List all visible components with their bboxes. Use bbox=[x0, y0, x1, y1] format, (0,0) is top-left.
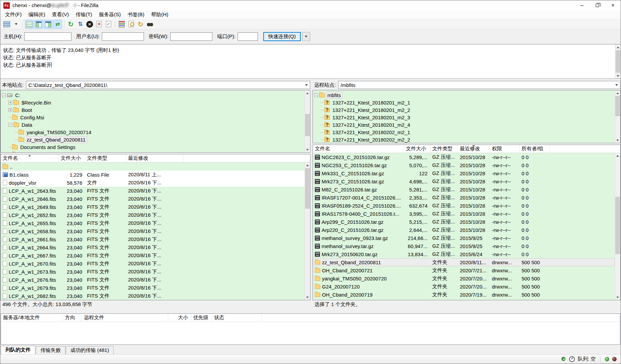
scrollbar-thumb[interactable] bbox=[305, 168, 310, 209]
file-row[interactable]: LCP_A_w1_2682.fits23,040FITS 文件2020/8/16… bbox=[1, 292, 304, 300]
host-input[interactable] bbox=[24, 32, 71, 41]
file-row[interactable]: LCP_A_w1_2658.fits23,040FITS 文件2020/8/16… bbox=[1, 227, 304, 235]
tree-item-1327+221_Ktest_20180201_m2_4[interactable]: 1327+221_Ktest_20180201_m2_4 bbox=[314, 121, 615, 128]
file-row[interactable]: Mrk273_C_20151026.tar.gz4,698,...GZ 压缩..… bbox=[313, 177, 615, 185]
tree-item-yangkai_TMS050_20200714[interactable]: yangkai_TMS050_20200714 bbox=[2, 128, 304, 136]
cancel-button[interactable] bbox=[85, 20, 94, 29]
column-header-5[interactable]: 权限 bbox=[490, 145, 520, 153]
queue-body[interactable] bbox=[1, 322, 620, 344]
file-row[interactable]: OH_Cband_20200721文件夹2020/7/21...drwxrw..… bbox=[313, 266, 615, 274]
file-row[interactable]: LCP_A_w1_2652.fits23,040FITS 文件2020/8/16… bbox=[1, 211, 304, 219]
refresh-button[interactable] bbox=[66, 20, 75, 29]
local-list-scrollbar[interactable] bbox=[304, 162, 310, 300]
find-button[interactable] bbox=[146, 20, 154, 29]
column-header-4[interactable]: 最近修改 bbox=[126, 154, 183, 162]
remote-list-scrollbar[interactable] bbox=[615, 153, 620, 300]
scroll-down-arrow[interactable] bbox=[615, 295, 620, 300]
file-row[interactable]: methanol_survey_0923.tar.gz214,66...GZ 压… bbox=[313, 234, 615, 242]
tree-expander[interactable]: − bbox=[8, 123, 12, 127]
scroll-up-arrow[interactable] bbox=[615, 90, 620, 96]
file-row[interactable]: Arp220_C_20151026.tar.gz2,644,...GZ 压缩..… bbox=[313, 226, 615, 234]
port-input[interactable] bbox=[238, 32, 258, 41]
menu-item[interactable]: 书签(B) bbox=[124, 10, 148, 19]
process-queue-button[interactable] bbox=[76, 20, 85, 29]
menu-item[interactable]: 查看(V) bbox=[49, 10, 72, 19]
column-header-6[interactable]: 所有者/组 bbox=[520, 145, 550, 153]
tree-item-1327+221_Ktest_20180201_m2_1[interactable]: 1327+221_Ktest_20180201_m2_1 bbox=[314, 99, 615, 106]
remote-tree[interactable]: −mbfits1327+221_Ktest_20180201_m2_11327+… bbox=[313, 90, 621, 143]
scroll-down-arrow[interactable] bbox=[615, 73, 621, 79]
column-header-4[interactable]: 最近修改 bbox=[458, 145, 490, 153]
compare-button[interactable] bbox=[117, 20, 126, 29]
tree-item-$Recycle.Bin[interactable]: +$Recycle.Bin bbox=[2, 99, 304, 106]
file-row[interactable]: zz_test_Qband_20200811文件夹2020/8/11...drw… bbox=[313, 258, 615, 266]
tree-item-Config.Msi[interactable]: Config.Msi bbox=[2, 114, 304, 121]
local-tree-scrollbar[interactable] bbox=[304, 90, 310, 152]
scrollbar-thumb[interactable] bbox=[305, 114, 310, 136]
queue-column-header-6[interactable]: 状态 bbox=[212, 314, 262, 322]
scroll-up-arrow[interactable] bbox=[305, 162, 310, 168]
message-log[interactable]: 状态: 文件传输成功，传输了 23,040 字节 (用时1 秒)状态: 已从服务… bbox=[0, 44, 621, 79]
file-row[interactable]: IRASF05189-2524_C_20151026....632,674GZ … bbox=[313, 202, 615, 210]
local-site-combo[interactable]: C:\Data\zz_test_Qband_20200811\ bbox=[26, 81, 310, 89]
scroll-down-arrow[interactable] bbox=[305, 295, 310, 300]
tree-item-Data[interactable]: −Data bbox=[2, 121, 304, 128]
speed-limit-icon[interactable] bbox=[569, 356, 575, 362]
tree-item-1327+221_Ktest_20180202_m2_2[interactable]: 1327+221_Ktest_20180202_m2_2 bbox=[314, 136, 615, 143]
menu-item[interactable]: 传输(T) bbox=[72, 10, 95, 19]
file-row[interactable]: doppler_vlsr58,576文件2020/8/16 下... bbox=[1, 179, 304, 187]
restore-button[interactable] bbox=[590, 0, 605, 10]
file-row[interactable]: IRASF17207-0014_C_20151026....2,353,...G… bbox=[313, 193, 615, 202]
dropdown-button[interactable] bbox=[12, 20, 21, 29]
file-row[interactable]: LCP_A_w1_2679.fits23,040FITS 文件2020/8/16… bbox=[1, 284, 304, 292]
file-row[interactable]: Mrk331_C_20151026.tar.gz122GZ 压缩...2015/… bbox=[313, 169, 615, 177]
horizontal-splitter[interactable] bbox=[0, 308, 621, 313]
password-input[interactable] bbox=[170, 32, 212, 41]
username-input[interactable] bbox=[102, 32, 144, 41]
tree-item-1327+221_Ktest_20180201_m2_2[interactable]: 1327+221_Ktest_20180201_m2_2 bbox=[314, 106, 615, 114]
tree-item-Documents and Settings[interactable]: Documents and Settings bbox=[2, 143, 304, 151]
scroll-up-arrow[interactable] bbox=[305, 90, 310, 96]
tree-item-mbfits[interactable]: −mbfits bbox=[314, 91, 615, 99]
tree-item-1327+221_Ktest_20180202_m2_1[interactable]: 1327+221_Ktest_20180202_m2_1 bbox=[314, 128, 615, 136]
queue-column-header-2[interactable]: 方向 bbox=[63, 314, 82, 322]
scrollbar-thumb[interactable] bbox=[615, 96, 620, 116]
tree-item-zz_test_Qband_20200811[interactable]: zz_test_Qband_20200811 bbox=[2, 136, 304, 143]
toggle-local-tree-button[interactable] bbox=[34, 20, 43, 29]
minimize-button[interactable]: – bbox=[574, 0, 590, 10]
file-row[interactable]: Mrk273_20150620.tar.gz13,834...GZ 压缩...2… bbox=[313, 250, 615, 258]
column-header-1[interactable]: 文件名 bbox=[313, 145, 404, 153]
file-row[interactable]: LCP_A_w1_2643.fits23,040FITS 文件2020/8/16… bbox=[1, 187, 304, 195]
tree-item-Boot[interactable]: +Boot bbox=[2, 106, 304, 114]
quickconnect-button[interactable]: 快速连接(Q) bbox=[263, 32, 301, 41]
file-row[interactable]: B1.class1,229Class File2020/8/11 上... bbox=[1, 171, 304, 179]
queue-column-header-5[interactable]: 优先级 bbox=[191, 314, 212, 322]
tree-expander[interactable]: + bbox=[8, 108, 12, 112]
file-row[interactable]: NGC2623_C_20151026.tar.gz5,289,...GZ 压缩.… bbox=[313, 153, 615, 161]
file-row[interactable]: Arp299_C_20151026.tar.gz5,215,...GZ 压缩..… bbox=[313, 218, 615, 226]
tree-item-partial[interactable] bbox=[2, 151, 304, 153]
menu-item[interactable]: 服务器(S) bbox=[95, 10, 124, 19]
file-row[interactable]: LCP_A_w1_2676.fits23,040FITS 文件2020/8/16… bbox=[1, 276, 304, 284]
disconnect-button[interactable] bbox=[95, 20, 104, 29]
toggle-queue-button[interactable] bbox=[53, 20, 62, 29]
file-row[interactable]: LCP_A_w1_2661.fits23,040FITS 文件2020/8/16… bbox=[1, 235, 304, 243]
sync-browse-button[interactable] bbox=[136, 20, 145, 29]
tab-传输失败[interactable]: 传输失败 bbox=[36, 346, 65, 354]
file-row[interactable]: LCP_A_w1_2664.fits23,040FITS 文件2020/8/16… bbox=[1, 243, 304, 251]
column-header-2[interactable]: 文件大小 bbox=[404, 145, 430, 153]
tree-item-1327+221_Ktest_20180201_m2_3[interactable]: 1327+221_Ktest_20180201_m2_3 bbox=[314, 114, 615, 121]
remote-site-combo[interactable]: /mbfits bbox=[338, 81, 620, 89]
tab-成功的传输 (481)[interactable]: 成功的传输 (481) bbox=[66, 346, 114, 354]
tree-expander[interactable]: − bbox=[314, 93, 318, 97]
file-row[interactable]: NGC253_C_20151026.tar.gz5,070,...GZ 压缩..… bbox=[313, 161, 615, 169]
file-row[interactable]: LCP_A_w1_2655.fits23,040FITS 文件2020/8/16… bbox=[1, 219, 304, 227]
file-row[interactable]: yangkai_TMS050_20200720文件夹2020/7/20...dr… bbox=[313, 274, 615, 282]
tab-列队的文件[interactable]: 列队的文件 bbox=[1, 346, 35, 354]
file-row[interactable]: LCP_A_w1_2646.fits23,040FITS 文件2020/8/16… bbox=[1, 195, 304, 203]
menu-item[interactable]: 帮助(H) bbox=[148, 10, 172, 19]
file-row[interactable]: methanol_survey.tar.gz60,947...GZ 压缩...2… bbox=[313, 242, 615, 250]
file-row[interactable]: LCP_A_w1_2673.fits23,040FITS 文件2020/8/16… bbox=[1, 268, 304, 276]
quickconnect-dropdown[interactable] bbox=[302, 32, 310, 41]
tree-item-C:[interactable]: −C: bbox=[2, 91, 304, 99]
